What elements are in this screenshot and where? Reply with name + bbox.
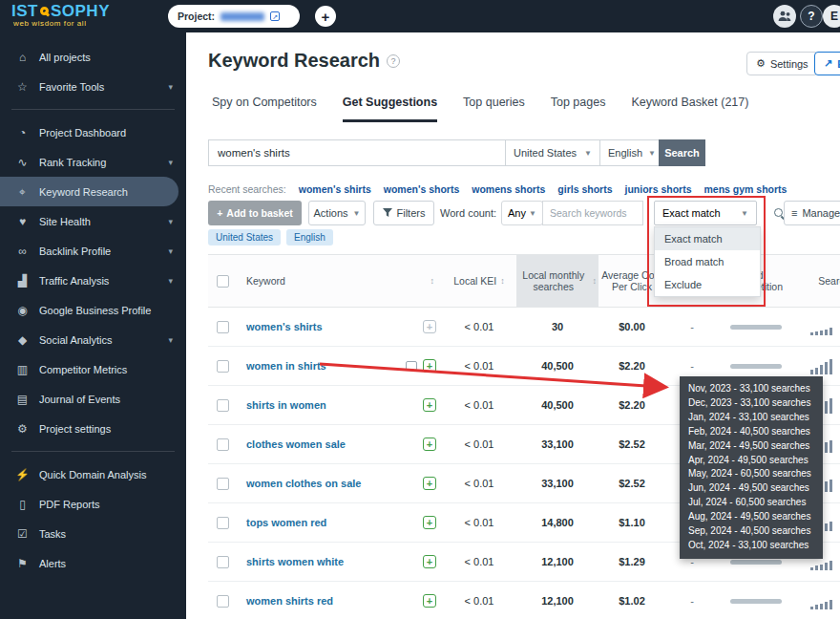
country-select[interactable]: United States ▼ <box>505 139 600 166</box>
language-select[interactable]: English ▼ <box>599 139 660 166</box>
add-project-button[interactable]: + <box>315 6 336 27</box>
comment-icon[interactable] <box>406 361 417 371</box>
sidebar-item-label: Tasks <box>39 528 66 540</box>
keyword-link[interactable]: shirts in women <box>237 399 326 411</box>
add-keyword-icon[interactable]: + <box>423 438 436 451</box>
filter-chip[interactable]: United States <box>208 229 281 245</box>
actions-dropdown[interactable]: Actions ▼ <box>308 201 366 225</box>
sidebar-item-label: All projects <box>39 52 91 63</box>
keyword-filter-input[interactable] <box>542 201 643 225</box>
monthly-searches-value: 33,100 <box>516 438 598 450</box>
word-count-select[interactable]: Any ▼ <box>501 201 543 225</box>
filters-button[interactable]: Filters <box>373 201 434 225</box>
tab-top-pages[interactable]: Top pages <box>551 96 606 122</box>
row-checkbox[interactable] <box>217 360 229 373</box>
tab-top-queries[interactable]: Top queries <box>463 96 525 122</box>
sidebar-item-favorite-tools[interactable]: ☆Favorite Tools▾ <box>0 72 186 101</box>
add-keyword-icon[interactable]: + <box>423 516 436 529</box>
search-button[interactable]: Search <box>659 139 705 166</box>
sidebar-item-backlink-profile[interactable]: ∞Backlink Profile▾ <box>0 236 186 266</box>
magnifier-icon <box>40 7 49 15</box>
header-search-trends[interactable]: Searc <box>793 255 840 307</box>
added-to-basket-icon[interactable]: + <box>423 320 436 333</box>
recent-search-link[interactable]: women's shorts <box>384 183 460 195</box>
match-type-select[interactable]: Exact match ▼ <box>654 201 757 225</box>
tab-spy-on-competitors[interactable]: Spy on Competitors <box>212 96 317 122</box>
add-keyword-icon[interactable]: + <box>423 594 436 608</box>
user-avatar[interactable]: E <box>823 5 840 28</box>
menu-option-exclude[interactable]: Exclude <box>655 273 760 296</box>
open-project-icon[interactable]: ↗ <box>270 11 280 21</box>
site-health-icon: ♥ <box>15 215 30 228</box>
recent-search-link[interactable]: women's shirts <box>299 183 371 195</box>
sidebar-item-tasks[interactable]: ☑Tasks <box>0 519 186 548</box>
help-button[interactable]: ? <box>800 5 823 28</box>
sidebar-item-project-dashboard[interactable]: ◔Project Dashboard <box>0 117 186 147</box>
sidebar-item-all-projects[interactable]: ⌂All projects <box>0 42 186 72</box>
recent-search-link[interactable]: girls shorts <box>557 183 612 195</box>
row-checkbox[interactable] <box>217 321 229 333</box>
keyword-link[interactable]: tops women red <box>237 517 326 528</box>
top-bar: IST SOPHY web wisdom for all Project: ↗ … <box>0 0 840 32</box>
keyword-query-input[interactable] <box>208 139 506 166</box>
sidebar-item-traffic-analysis[interactable]: ▟Traffic Analysis▾ <box>0 266 186 295</box>
add-to-basket-button[interactable]: + Add to basket <box>208 201 302 225</box>
export-button[interactable]: ↗ Ex <box>814 52 840 75</box>
sidebar-item-alerts[interactable]: ⚑Alerts <box>0 548 186 578</box>
row-checkbox[interactable] <box>217 517 229 529</box>
row-checkbox-cell <box>208 360 237 373</box>
manage-columns-button[interactable]: ≡ Manage c <box>784 201 840 225</box>
logo[interactable]: IST SOPHY web wisdom for all <box>11 2 110 28</box>
settings-button[interactable]: ⚙ Settings <box>746 52 818 75</box>
sidebar-item-journal-of-events[interactable]: ▤Journal of Events <box>0 384 186 414</box>
sort-icon[interactable]: ↕ <box>500 276 505 286</box>
keyword-link[interactable]: women shirts red <box>237 595 333 607</box>
row-checkbox[interactable] <box>217 438 229 451</box>
header-monthly-searches[interactable]: Local monthly searches↕ <box>516 255 598 307</box>
menu-option-broad-match[interactable]: Broad match <box>655 250 760 273</box>
keyword-link[interactable]: women in shirts <box>237 360 326 372</box>
sidebar-item-project-settings[interactable]: ⚙Project settings <box>0 414 186 443</box>
sort-icon[interactable]: ↕ <box>593 276 598 286</box>
recent-search-link[interactable]: womens shorts <box>472 183 545 195</box>
keyword-link[interactable]: shirts women white <box>237 556 344 567</box>
sidebar-item-rank-tracking[interactable]: ∿Rank Tracking▾ <box>0 147 186 177</box>
tab-keyword-basket-217-[interactable]: Keyword Basket (217) <box>631 96 748 122</box>
add-keyword-icon[interactable]: + <box>423 398 436 412</box>
add-keyword-icon[interactable]: + <box>423 359 436 373</box>
project-selector[interactable]: Project: ↗ <box>168 5 300 28</box>
sort-icon[interactable]: ↕ <box>430 276 435 286</box>
row-checkbox[interactable] <box>217 556 229 568</box>
row-checkbox-cell <box>208 438 237 451</box>
add-keyword-icon[interactable]: + <box>423 555 436 568</box>
table-row: women shirts red+< 0.0112,100$1.02- <box>208 582 840 619</box>
sidebar-item-google-business-profile[interactable]: ◉Google Business Profile <box>0 295 186 325</box>
info-icon[interactable]: ? <box>387 54 400 68</box>
sidebar-item-social-analytics[interactable]: ◆Social Analytics▾ <box>0 325 186 354</box>
sidebar-item-pdf-reports[interactable]: ▯PDF Reports <box>0 489 186 519</box>
filter-chip[interactable]: English <box>286 229 333 245</box>
recent-search-link[interactable]: juniors shorts <box>624 183 691 195</box>
keyword-link[interactable]: clothes women sale <box>237 438 346 450</box>
row-checkbox[interactable] <box>217 478 229 490</box>
header-local-kei[interactable]: Local KEI↕ <box>442 255 516 307</box>
chevron-down-icon: ▾ <box>168 217 173 226</box>
menu-option-exact-match[interactable]: Exact match <box>655 227 760 250</box>
local-kei-value: < 0.01 <box>442 595 516 607</box>
team-button[interactable] <box>773 5 796 28</box>
recent-search-link[interactable]: mens gym shorts <box>704 183 788 195</box>
header-keyword[interactable]: Keyword ↕ <box>237 255 442 307</box>
sidebar-item-site-health[interactable]: ♥Site Health▾ <box>0 206 186 236</box>
sidebar-item-keyword-research[interactable]: ⌖Keyword Research <box>0 177 178 206</box>
keyword-link[interactable]: women clothes on sale <box>237 478 361 489</box>
keyword-link[interactable]: women's shirts <box>237 321 323 332</box>
monthly-searches-value: 14,800 <box>516 517 598 528</box>
sidebar-item-quick-domain-analysis[interactable]: ⚡Quick Domain Analysis <box>0 459 186 489</box>
select-all-checkbox[interactable] <box>217 275 229 288</box>
add-keyword-icon[interactable]: + <box>423 477 436 490</box>
tab-get-suggestions[interactable]: Get Suggestions <box>343 96 437 122</box>
row-checkbox[interactable] <box>217 595 229 608</box>
business-profile-icon: ◉ <box>15 304 30 317</box>
row-checkbox[interactable] <box>217 399 229 412</box>
sidebar-item-competitor-metrics[interactable]: ▥Competitor Metrics <box>0 354 186 384</box>
